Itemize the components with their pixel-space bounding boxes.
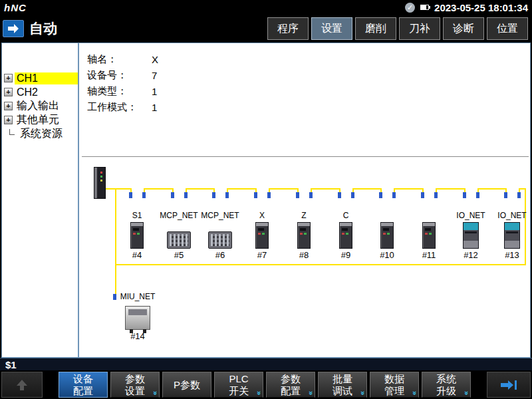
device-label: C (319, 211, 372, 220)
softkey-line: 参数 (125, 373, 145, 385)
tab-program[interactable]: 程序 (267, 17, 309, 40)
tree-item-ch2[interactable]: + CH2 (2, 85, 78, 99)
softkey-line: 参数 (281, 373, 301, 385)
bus-connector (338, 192, 341, 198)
tree-item-label: 系统资源 (18, 127, 65, 141)
device-id: #13 (485, 250, 530, 260)
softkey-line: 批量 (332, 373, 352, 385)
tab-position[interactable]: 位置 (487, 17, 528, 40)
device-label: IO_NET (485, 211, 530, 220)
bus-connector (171, 192, 174, 198)
softkey-line: 设置 (125, 385, 145, 397)
softkey-line: P参数 (174, 379, 200, 391)
bus-wire (186, 188, 213, 190)
device-label: MIU_NET (111, 292, 164, 301)
softkey-batch-debug[interactable]: 批量 调试 » (318, 372, 367, 398)
submenu-chevron-icon: » (257, 391, 262, 395)
info-label: 轴类型： (87, 85, 152, 98)
bus-topology-diagram: S1#4MCP_NET#5MCP_NET#6X#7Z#8C#9#10#11IO_… (80, 159, 530, 357)
bus-connector (254, 192, 257, 198)
bus-connector (142, 192, 146, 198)
check-status-icon: ✓ (405, 3, 415, 13)
bus-wire (352, 188, 380, 190)
top-status-icons: ✓ 2023-05-25 18:01:34 (405, 2, 528, 13)
tree-item-io[interactable]: + 输入输出 (2, 99, 78, 113)
tab-diagnosis[interactable]: 诊断 (443, 17, 484, 40)
softkey-device-config[interactable]: 设备 配置 (59, 372, 108, 398)
softkey-system-upgrade[interactable]: 系统 升级 » (422, 372, 471, 398)
info-label: 工作模式： (87, 101, 152, 114)
mode-title: 自动 (29, 19, 57, 38)
bus-connector (517, 192, 521, 198)
device-8 (297, 222, 311, 249)
softkey-line: 系统 (436, 373, 456, 385)
softkey-param-settings[interactable]: 参数 设置 » (110, 372, 160, 398)
bus-connector (421, 192, 424, 198)
title-bar: 自动 程序 设置 磨削 刀补 诊断 位置 (0, 15, 532, 43)
hnc-logo: hNC (4, 2, 27, 13)
softkey-p-param[interactable]: P参数 (162, 372, 211, 398)
submenu-chevron-icon: » (153, 391, 158, 395)
softkey-data-management[interactable]: 数据 管理 » (370, 372, 419, 398)
tree-item-other-units[interactable]: + 其他单元 (2, 113, 78, 127)
softkey-line: 升级 (436, 385, 456, 397)
battery-icon (420, 5, 429, 10)
bus-wire (436, 188, 464, 190)
tree-branch-icon (9, 129, 15, 135)
device-10 (380, 222, 394, 249)
channel-label: $1 (5, 359, 17, 370)
tab-grinding[interactable]: 磨削 (355, 17, 396, 40)
top-status-bar: hNC ✓ 2023-05-25 18:01:34 (0, 0, 532, 15)
expand-icon[interactable]: + (4, 88, 13, 96)
softkey-nav-up[interactable] (1, 372, 43, 398)
device-tree: + CH1 + CH2 + 输入输出 + 其他单元 系统资源 (2, 43, 78, 141)
device-detail-panel: 轴名： X 设备号： 7 轴类型： 1 工作模式： 1 S1#4MCP_NET#… (80, 43, 530, 357)
datetime: 2023-05-25 18:01:34 (434, 2, 528, 13)
softkey-line: 设备 (73, 373, 93, 385)
mode-icon (3, 20, 24, 37)
submenu-chevron-icon: » (464, 391, 469, 395)
tree-item-label: 其他单元 (15, 113, 61, 127)
tree-item-system-resources[interactable]: 系统资源 (2, 127, 78, 141)
bus-wire (144, 188, 172, 190)
expand-icon[interactable]: + (4, 116, 13, 124)
info-value: 7 (152, 70, 157, 81)
softkey-param-config[interactable]: 参数 配置 » (266, 372, 315, 398)
tab-settings[interactable]: 设置 (311, 17, 352, 40)
nav-up-icon (15, 378, 29, 392)
softkey-line: 调试 (332, 385, 352, 397)
device-tree-sidebar: + CH1 + CH2 + 输入输出 + 其他单元 系统资源 (2, 43, 79, 357)
expand-icon[interactable]: + (4, 102, 13, 110)
mode-arrow-icon (7, 24, 19, 34)
bus-connector (129, 192, 132, 198)
tab-tool-comp[interactable]: 刀补 (399, 17, 440, 40)
bus-connector (392, 192, 396, 198)
tree-item-ch1[interactable]: + CH1 (2, 71, 78, 85)
info-label: 轴名： (87, 53, 152, 66)
softkey-nav-next[interactable] (487, 372, 531, 398)
device-7 (255, 222, 269, 249)
bus-connector (463, 192, 466, 198)
info-label: 设备号： (87, 69, 152, 82)
expand-icon[interactable]: + (4, 74, 13, 82)
softkey-line: 配置 (281, 385, 301, 397)
bus-connector (212, 192, 215, 198)
bus-connector (476, 192, 479, 198)
tree-item-label: CH1 (15, 72, 78, 84)
bus-connector (184, 192, 188, 198)
info-value: X (152, 54, 158, 65)
softkey-line: 配置 (73, 385, 93, 397)
softkey-line: 开关 (229, 385, 249, 397)
softkey-plc-switch[interactable]: PLC 开关 » (214, 372, 263, 398)
view-tabs: 程序 设置 磨削 刀补 诊断 位置 (265, 17, 528, 40)
bus-wire (115, 264, 525, 265)
bus-wire (106, 188, 130, 190)
submenu-chevron-icon: » (412, 391, 418, 395)
bus-connector (351, 192, 354, 198)
bus-connector (225, 192, 229, 198)
bus-master-controller (94, 167, 106, 199)
bus-connector (379, 192, 382, 198)
bus-wire (115, 188, 116, 300)
tree-item-label: CH2 (15, 86, 40, 98)
device-4 (130, 222, 144, 249)
